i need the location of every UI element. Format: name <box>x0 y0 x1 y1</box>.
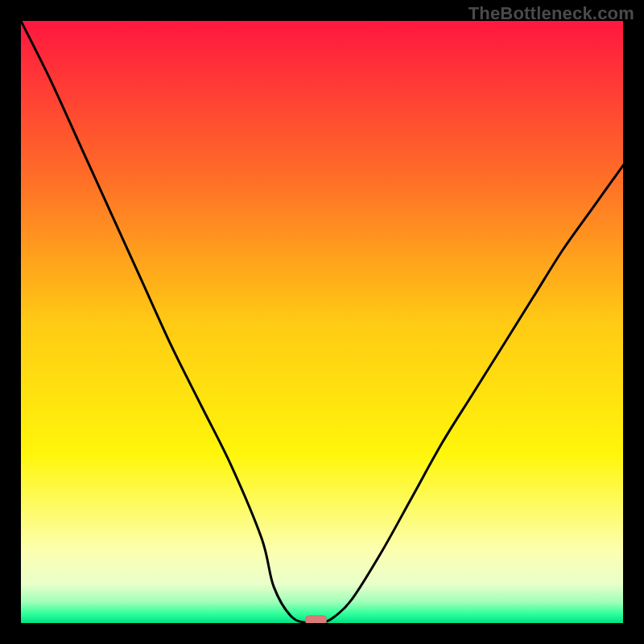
chart-svg <box>21 21 623 623</box>
watermark-text: TheBottleneck.com <box>469 3 634 24</box>
bottleneck-chart <box>21 21 623 623</box>
gradient-background <box>21 21 623 623</box>
optimum-marker <box>306 616 327 623</box>
